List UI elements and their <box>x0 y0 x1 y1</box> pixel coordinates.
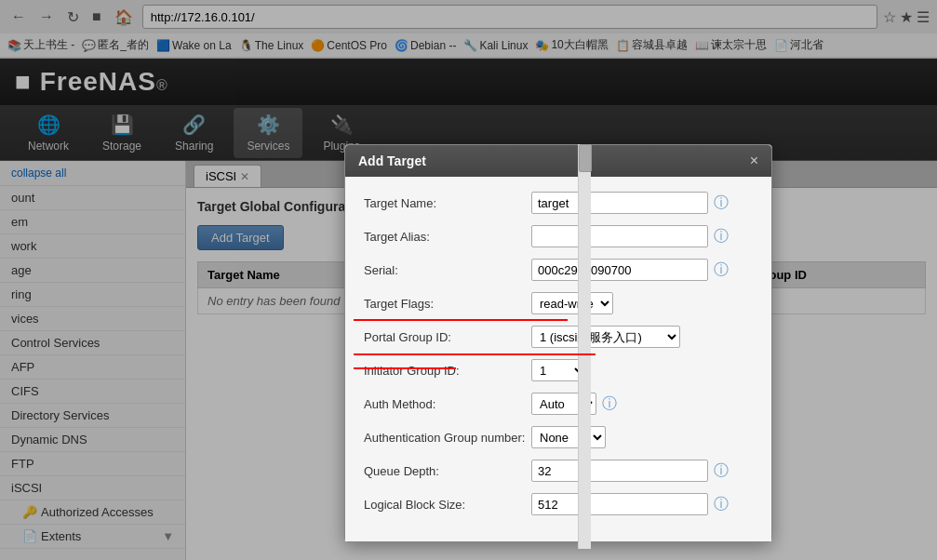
info-icon-logical-block-size[interactable]: ⓘ <box>714 495 729 514</box>
select-auth-group-number[interactable]: None <box>531 426 606 448</box>
add-target-modal: Add Target × Target Name: ⓘ Target Alias… <box>344 144 772 542</box>
info-icon-auth-method[interactable]: ⓘ <box>602 394 617 414</box>
input-serial[interactable] <box>531 259 708 281</box>
modal-scrollbar-thumb[interactable] <box>579 144 592 172</box>
input-queue-depth-wrap: ⓘ <box>531 460 753 482</box>
select-portal-group[interactable]: 1 (iscsi的服务入口) <box>531 326 680 348</box>
select-target-flags[interactable]: read-write read-only <box>531 292 613 314</box>
input-auth-method-wrap: Auto None CHAP ⓘ <box>531 393 753 415</box>
field-target-alias: Target Alias: ⓘ <box>364 225 753 247</box>
input-queue-depth[interactable] <box>531 460 708 482</box>
field-target-flags: Target Flags: read-write read-only <box>364 292 753 314</box>
field-portal-group: Portal Group ID: 1 (iscsi的服务入口) <box>364 326 753 348</box>
field-auth-method: Auth Method: Auto None CHAP ⓘ <box>364 393 753 415</box>
input-target-name-wrap: ⓘ <box>531 192 753 214</box>
input-auth-group-number-wrap: None <box>531 426 753 448</box>
input-target-alias-wrap: ⓘ <box>531 225 753 247</box>
modal-close-button[interactable]: × <box>750 153 758 169</box>
label-target-flags: Target Flags: <box>364 297 531 311</box>
field-target-name: Target Name: ⓘ <box>364 192 753 214</box>
field-auth-group-number: Authentication Group number: None <box>364 426 753 448</box>
info-icon-queue-depth[interactable]: ⓘ <box>714 461 729 481</box>
field-initiator-group: Initiator Group ID: 1 2 3 <box>364 359 753 381</box>
label-target-name: Target Name: <box>364 196 531 210</box>
label-portal-group: Portal Group ID: <box>364 330 531 344</box>
input-logical-block-size-wrap: ⓘ <box>531 493 753 515</box>
field-logical-block-size: Logical Block Size: ⓘ <box>364 493 753 515</box>
input-logical-block-size[interactable] <box>531 493 708 515</box>
modal-overlay: Add Target × Target Name: ⓘ Target Alias… <box>0 0 937 560</box>
modal-title: Add Target <box>358 153 426 168</box>
label-queue-depth: Queue Depth: <box>364 464 531 478</box>
info-icon-target-name[interactable]: ⓘ <box>714 193 729 213</box>
label-target-alias: Target Alias: <box>364 230 531 244</box>
input-target-alias[interactable] <box>531 225 708 247</box>
label-auth-method: Auth Method: <box>364 397 531 411</box>
modal-header: Add Target × <box>345 145 771 177</box>
input-target-flags-wrap: read-write read-only <box>531 292 753 314</box>
input-target-name[interactable] <box>531 192 708 214</box>
label-serial: Serial: <box>364 263 531 277</box>
label-auth-group-number: Authentication Group number: <box>364 431 531 445</box>
modal-scrollbar-track <box>578 144 591 549</box>
info-icon-target-alias[interactable]: ⓘ <box>714 227 729 247</box>
field-serial: Serial: ⓘ <box>364 259 753 281</box>
label-initiator-group: Initiator Group ID: <box>364 364 531 378</box>
modal-body: Target Name: ⓘ Target Alias: ⓘ Serial: <box>345 177 771 541</box>
info-icon-serial[interactable]: ⓘ <box>714 260 729 280</box>
input-serial-wrap: ⓘ <box>531 259 753 281</box>
input-portal-group-wrap: 1 (iscsi的服务入口) <box>531 326 753 348</box>
label-logical-block-size: Logical Block Size: <box>364 498 531 512</box>
field-queue-depth: Queue Depth: ⓘ <box>364 460 753 482</box>
input-initiator-group-wrap: 1 2 3 <box>531 359 753 381</box>
